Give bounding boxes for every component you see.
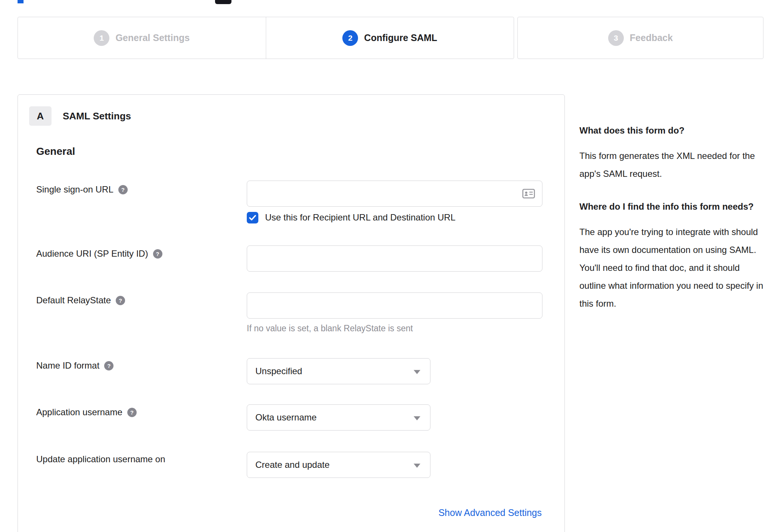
step-2-label: Configure SAML: [364, 32, 437, 43]
wizard-stepper: 1 General Settings 2 Configure SAML 3 Fe…: [18, 17, 763, 59]
cropped-app-logo-fragment: [215, 0, 231, 4]
relay-state-hint: If no value is set, a blank RelayState i…: [247, 323, 413, 334]
update-username-label-text: Update application username on: [36, 454, 165, 464]
recipient-url-checkbox-label: Use this for Recipient URL and Destinati…: [265, 212, 455, 223]
step-1-circle: 1: [94, 30, 109, 46]
app-username-label: Application username ?: [36, 406, 137, 418]
help-sidebar: What does this form do? This form genera…: [579, 123, 765, 329]
help-answer-1: This form generates the XML needed for t…: [579, 147, 765, 183]
sso-url-input-wrap: [247, 181, 542, 207]
help-icon[interactable]: ?: [127, 408, 137, 417]
audience-uri-label: Audience URI (SP Entity ID) ?: [36, 248, 162, 260]
stepper-group-right: 3 Feedback: [517, 17, 763, 59]
audience-uri-input[interactable]: [247, 245, 542, 272]
help-icon[interactable]: ?: [153, 249, 162, 259]
help-icon[interactable]: ?: [118, 185, 128, 194]
cropped-header-link-fragment: [18, 0, 24, 3]
checkmark-icon: [249, 215, 256, 220]
section-a-badge: A: [29, 106, 52, 126]
recipient-url-checkbox[interactable]: [247, 212, 258, 223]
update-username-label: Update application username on: [36, 453, 165, 465]
help-icon[interactable]: ?: [104, 361, 113, 370]
step-3-label: Feedback: [630, 32, 673, 43]
saml-settings-panel: A SAML Settings General Single sign-on U…: [18, 94, 565, 532]
contact-card-icon[interactable]: [522, 189, 535, 198]
chevron-down-icon: [414, 464, 420, 468]
step-general-settings[interactable]: 1 General Settings: [18, 17, 266, 59]
sso-url-input[interactable]: [247, 181, 542, 207]
app-username-value: Okta username: [255, 412, 317, 423]
update-username-select[interactable]: Create and update: [247, 452, 430, 478]
chevron-down-icon: [414, 416, 420, 420]
help-question-2: Where do I find the info this form needs…: [579, 199, 765, 214]
name-id-format-label: Name ID format ?: [36, 360, 113, 372]
step-3-circle: 3: [608, 30, 624, 46]
name-id-format-value: Unspecified: [255, 366, 302, 376]
relay-state-label-text: Default RelayState: [36, 295, 111, 306]
app-username-select[interactable]: Okta username: [247, 404, 430, 431]
audience-uri-label-text: Audience URI (SP Entity ID): [36, 248, 148, 259]
sso-recipient-checkbox-row: Use this for Recipient URL and Destinati…: [247, 211, 455, 224]
help-answer-2: The app you're trying to integrate with …: [579, 223, 765, 313]
sso-url-label-text: Single sign-on URL: [36, 184, 113, 195]
show-advanced-settings-link[interactable]: Show Advanced Settings: [438, 507, 542, 518]
name-id-format-label-text: Name ID format: [36, 360, 99, 371]
step-2-circle: 2: [342, 30, 358, 46]
sso-url-label: Single sign-on URL ?: [36, 184, 128, 195]
name-id-format-select[interactable]: Unspecified: [247, 358, 430, 384]
step-configure-saml[interactable]: 2 Configure SAML: [266, 17, 514, 59]
general-section-heading: General: [36, 145, 75, 157]
relay-state-label: Default RelayState ?: [36, 294, 125, 306]
help-icon[interactable]: ?: [116, 296, 125, 305]
update-username-value: Create and update: [255, 460, 330, 470]
stepper-group-left: 1 General Settings 2 Configure SAML: [18, 17, 514, 59]
panel-title: SAML Settings: [63, 106, 131, 126]
step-feedback[interactable]: 3 Feedback: [518, 17, 763, 59]
help-question-1: What does this form do?: [579, 123, 765, 138]
step-1-label: General Settings: [115, 32, 190, 43]
app-username-label-text: Application username: [36, 407, 122, 417]
relay-state-input[interactable]: [247, 292, 542, 319]
chevron-down-icon: [414, 370, 420, 374]
